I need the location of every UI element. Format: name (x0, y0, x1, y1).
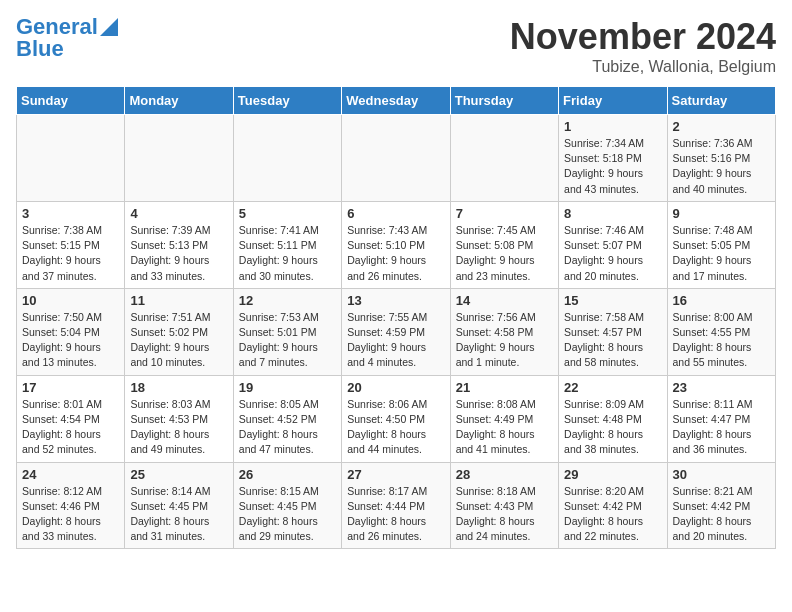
logo: General Blue (16, 16, 118, 60)
day-number: 7 (456, 206, 553, 221)
calendar-cell: 13Sunrise: 7:55 AM Sunset: 4:59 PM Dayli… (342, 288, 450, 375)
calendar-table: SundayMondayTuesdayWednesdayThursdayFrid… (16, 86, 776, 549)
week-row-3: 10Sunrise: 7:50 AM Sunset: 5:04 PM Dayli… (17, 288, 776, 375)
day-info: Sunrise: 7:51 AM Sunset: 5:02 PM Dayligh… (130, 310, 227, 371)
calendar-cell: 2Sunrise: 7:36 AM Sunset: 5:16 PM Daylig… (667, 115, 775, 202)
day-number: 13 (347, 293, 444, 308)
day-number: 9 (673, 206, 770, 221)
day-number: 22 (564, 380, 661, 395)
calendar-cell: 20Sunrise: 8:06 AM Sunset: 4:50 PM Dayli… (342, 375, 450, 462)
calendar-cell: 11Sunrise: 7:51 AM Sunset: 5:02 PM Dayli… (125, 288, 233, 375)
day-info: Sunrise: 7:56 AM Sunset: 4:58 PM Dayligh… (456, 310, 553, 371)
day-number: 2 (673, 119, 770, 134)
day-header-sunday: Sunday (17, 87, 125, 115)
calendar-cell: 15Sunrise: 7:58 AM Sunset: 4:57 PM Dayli… (559, 288, 667, 375)
calendar-cell: 17Sunrise: 8:01 AM Sunset: 4:54 PM Dayli… (17, 375, 125, 462)
week-row-5: 24Sunrise: 8:12 AM Sunset: 4:46 PM Dayli… (17, 462, 776, 549)
day-info: Sunrise: 8:06 AM Sunset: 4:50 PM Dayligh… (347, 397, 444, 458)
calendar-cell: 24Sunrise: 8:12 AM Sunset: 4:46 PM Dayli… (17, 462, 125, 549)
day-info: Sunrise: 7:50 AM Sunset: 5:04 PM Dayligh… (22, 310, 119, 371)
calendar-cell: 30Sunrise: 8:21 AM Sunset: 4:42 PM Dayli… (667, 462, 775, 549)
calendar-cell: 22Sunrise: 8:09 AM Sunset: 4:48 PM Dayli… (559, 375, 667, 462)
day-info: Sunrise: 8:15 AM Sunset: 4:45 PM Dayligh… (239, 484, 336, 545)
calendar-cell: 23Sunrise: 8:11 AM Sunset: 4:47 PM Dayli… (667, 375, 775, 462)
calendar-cell: 4Sunrise: 7:39 AM Sunset: 5:13 PM Daylig… (125, 201, 233, 288)
day-number: 21 (456, 380, 553, 395)
day-number: 14 (456, 293, 553, 308)
day-info: Sunrise: 7:34 AM Sunset: 5:18 PM Dayligh… (564, 136, 661, 197)
calendar-cell: 9Sunrise: 7:48 AM Sunset: 5:05 PM Daylig… (667, 201, 775, 288)
day-info: Sunrise: 8:00 AM Sunset: 4:55 PM Dayligh… (673, 310, 770, 371)
calendar-cell: 14Sunrise: 7:56 AM Sunset: 4:58 PM Dayli… (450, 288, 558, 375)
calendar-cell: 7Sunrise: 7:45 AM Sunset: 5:08 PM Daylig… (450, 201, 558, 288)
title-area: November 2024 Tubize, Wallonia, Belgium (510, 16, 776, 76)
day-header-saturday: Saturday (667, 87, 775, 115)
day-number: 18 (130, 380, 227, 395)
day-info: Sunrise: 8:05 AM Sunset: 4:52 PM Dayligh… (239, 397, 336, 458)
calendar-cell: 5Sunrise: 7:41 AM Sunset: 5:11 PM Daylig… (233, 201, 341, 288)
calendar-cell: 28Sunrise: 8:18 AM Sunset: 4:43 PM Dayli… (450, 462, 558, 549)
calendar-cell: 25Sunrise: 8:14 AM Sunset: 4:45 PM Dayli… (125, 462, 233, 549)
calendar-cell (233, 115, 341, 202)
day-info: Sunrise: 8:18 AM Sunset: 4:43 PM Dayligh… (456, 484, 553, 545)
day-info: Sunrise: 8:08 AM Sunset: 4:49 PM Dayligh… (456, 397, 553, 458)
calendar-cell: 1Sunrise: 7:34 AM Sunset: 5:18 PM Daylig… (559, 115, 667, 202)
logo-blue-text: Blue (16, 38, 64, 60)
day-info: Sunrise: 8:09 AM Sunset: 4:48 PM Dayligh… (564, 397, 661, 458)
calendar-header-row: SundayMondayTuesdayWednesdayThursdayFrid… (17, 87, 776, 115)
calendar-cell: 16Sunrise: 8:00 AM Sunset: 4:55 PM Dayli… (667, 288, 775, 375)
logo-text: General (16, 16, 98, 38)
day-info: Sunrise: 8:11 AM Sunset: 4:47 PM Dayligh… (673, 397, 770, 458)
page-header: General Blue November 2024 Tubize, Wallo… (16, 16, 776, 76)
day-number: 29 (564, 467, 661, 482)
svg-marker-0 (100, 18, 118, 36)
calendar-cell (17, 115, 125, 202)
day-number: 17 (22, 380, 119, 395)
calendar-cell: 8Sunrise: 7:46 AM Sunset: 5:07 PM Daylig… (559, 201, 667, 288)
day-number: 30 (673, 467, 770, 482)
day-number: 25 (130, 467, 227, 482)
day-number: 5 (239, 206, 336, 221)
day-number: 4 (130, 206, 227, 221)
day-number: 23 (673, 380, 770, 395)
calendar-cell: 12Sunrise: 7:53 AM Sunset: 5:01 PM Dayli… (233, 288, 341, 375)
day-info: Sunrise: 8:20 AM Sunset: 4:42 PM Dayligh… (564, 484, 661, 545)
day-number: 3 (22, 206, 119, 221)
day-info: Sunrise: 8:03 AM Sunset: 4:53 PM Dayligh… (130, 397, 227, 458)
day-number: 6 (347, 206, 444, 221)
day-info: Sunrise: 8:17 AM Sunset: 4:44 PM Dayligh… (347, 484, 444, 545)
day-number: 11 (130, 293, 227, 308)
day-number: 26 (239, 467, 336, 482)
logo-arrow-icon (100, 18, 118, 36)
day-info: Sunrise: 7:38 AM Sunset: 5:15 PM Dayligh… (22, 223, 119, 284)
calendar-cell (450, 115, 558, 202)
calendar-cell: 27Sunrise: 8:17 AM Sunset: 4:44 PM Dayli… (342, 462, 450, 549)
day-header-wednesday: Wednesday (342, 87, 450, 115)
week-row-2: 3Sunrise: 7:38 AM Sunset: 5:15 PM Daylig… (17, 201, 776, 288)
day-number: 28 (456, 467, 553, 482)
day-header-thursday: Thursday (450, 87, 558, 115)
week-row-4: 17Sunrise: 8:01 AM Sunset: 4:54 PM Dayli… (17, 375, 776, 462)
calendar-cell (125, 115, 233, 202)
day-number: 27 (347, 467, 444, 482)
calendar-cell: 6Sunrise: 7:43 AM Sunset: 5:10 PM Daylig… (342, 201, 450, 288)
calendar-cell: 21Sunrise: 8:08 AM Sunset: 4:49 PM Dayli… (450, 375, 558, 462)
day-info: Sunrise: 7:58 AM Sunset: 4:57 PM Dayligh… (564, 310, 661, 371)
day-info: Sunrise: 7:36 AM Sunset: 5:16 PM Dayligh… (673, 136, 770, 197)
day-number: 15 (564, 293, 661, 308)
day-number: 20 (347, 380, 444, 395)
day-number: 19 (239, 380, 336, 395)
calendar-cell: 26Sunrise: 8:15 AM Sunset: 4:45 PM Dayli… (233, 462, 341, 549)
day-number: 1 (564, 119, 661, 134)
week-row-1: 1Sunrise: 7:34 AM Sunset: 5:18 PM Daylig… (17, 115, 776, 202)
day-number: 12 (239, 293, 336, 308)
day-info: Sunrise: 7:45 AM Sunset: 5:08 PM Dayligh… (456, 223, 553, 284)
day-info: Sunrise: 7:55 AM Sunset: 4:59 PM Dayligh… (347, 310, 444, 371)
calendar-cell: 29Sunrise: 8:20 AM Sunset: 4:42 PM Dayli… (559, 462, 667, 549)
calendar-cell: 10Sunrise: 7:50 AM Sunset: 5:04 PM Dayli… (17, 288, 125, 375)
calendar-cell: 18Sunrise: 8:03 AM Sunset: 4:53 PM Dayli… (125, 375, 233, 462)
day-header-tuesday: Tuesday (233, 87, 341, 115)
calendar-cell (342, 115, 450, 202)
day-info: Sunrise: 7:43 AM Sunset: 5:10 PM Dayligh… (347, 223, 444, 284)
calendar-cell: 19Sunrise: 8:05 AM Sunset: 4:52 PM Dayli… (233, 375, 341, 462)
